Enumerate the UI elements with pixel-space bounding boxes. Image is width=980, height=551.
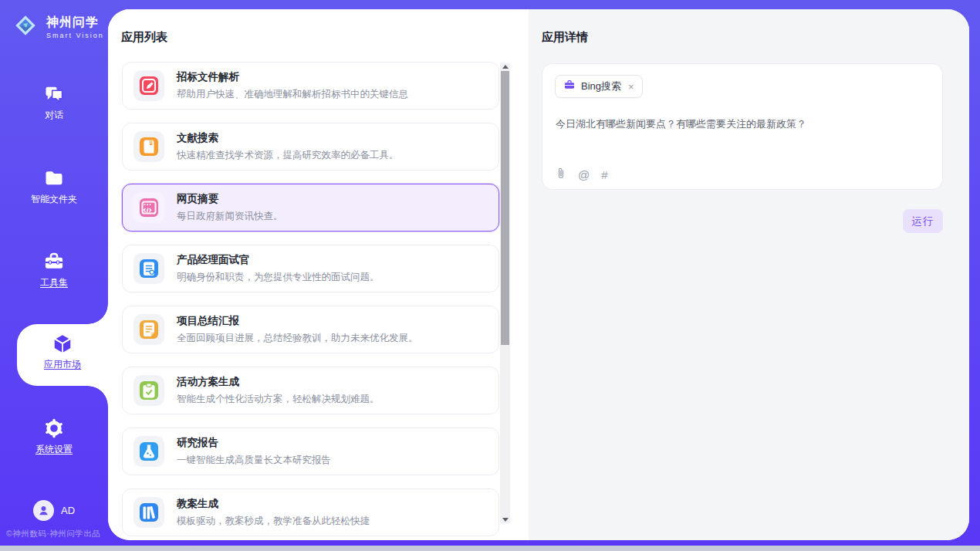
scrollbar-down-button[interactable] [500,515,510,525]
app-card[interactable]: 活动方案生成智能生成个性化活动方案，轻松解决规划难题。 [122,367,499,414]
app-card[interactable]: 产品经理面试官明确身份和职责，为您提供专业性的面试问题。 [122,245,499,292]
app-card[interactable]: 项目总结汇报全面回顾项目进展，总结经验教训，助力未来优化发展。 [122,306,499,353]
triangle-up-icon [502,65,509,69]
user-name: AD [61,505,75,516]
research-flask-icon [140,442,158,461]
user-avatar [33,500,54,521]
sidebar-item-folder[interactable]: 智能文件夹 [0,167,108,206]
app-card-description: 每日政府新闻资讯快查。 [177,210,283,223]
browser-window-icon [140,198,158,217]
attachment-toolbar: @ # [556,167,608,182]
app-icon-container [133,253,164,284]
clipboard-check-icon [140,381,158,400]
interview-doc-icon [140,259,158,278]
hash-icon[interactable]: # [601,168,607,181]
app-card[interactable]: 文献搜索快速精准查找学术资源，提高研究效率的必备工具。 [122,123,499,171]
app-card-description: 智能生成个性化活动方案，轻松解决规划难题。 [177,393,380,406]
close-icon[interactable]: × [628,81,634,93]
edit-document-icon [140,76,158,95]
app-detail-pane: 应用详情 Bing搜索 × 今日湖北有哪些新闻要点？有哪些需要关注的最新政策？ [529,9,969,540]
app-detail-title: 应用详情 [542,30,588,45]
gear-icon [43,417,65,439]
sidebar-item-label: 工具集 [0,276,108,289]
app-card-description: 明确身份和职责，为您提供专业性的面试问题。 [177,271,380,284]
sidebar-item-label: 系统设置 [0,443,108,456]
tool-chip-label: Bing搜索 [581,79,621,93]
bottom-edge [0,546,980,551]
briefcase-icon [563,79,576,94]
app-icon-container [133,375,164,406]
tool-chip-bing-search[interactable]: Bing搜索 × [555,75,643,98]
folder-icon [43,167,65,189]
app-card-description: 帮助用户快速、准确地理解和解析招标书中的关键信息 [177,88,408,101]
query-card: Bing搜索 × 今日湖北有哪些新闻要点？有哪些需要关注的最新政策？ @ # [542,63,943,190]
app-icon-container [133,70,164,101]
sidebar-item-label: 对话 [0,109,108,122]
app-card[interactable]: 网页摘要每日政府新闻资讯快查。 [122,184,499,232]
sidebar: 神州问学 Smart Vision 对话智能文件夹工具集应用市场系统设置 AD … [0,0,108,546]
sidebar-item-toolbox[interactable]: 工具集 [0,251,108,289]
app-card-description: 全面回顾项目进展，总结经验教训，助力未来优化发展。 [177,332,418,345]
sidebar-item-label: 智能文件夹 [0,193,108,206]
app-card[interactable]: 教案生成模板驱动，教案秒成，教学准备从此轻松快捷 [122,488,499,536]
app-card-title: 招标文件解析 [177,70,408,84]
toolbox-icon [43,251,65,272]
at-icon[interactable]: @ [578,168,590,181]
query-text[interactable]: 今日湖北有哪些新闻要点？有哪些需要关注的最新政策？ [556,117,931,132]
user-row[interactable]: AD [0,500,108,521]
memo-icon [140,320,158,339]
sidebar-footer: ©神州数码·神州问学出品 [6,529,108,539]
app-icon-container [133,314,164,345]
book-icon [140,137,158,156]
scrollbar[interactable] [500,63,510,523]
app-card-title: 研究报告 [177,436,331,450]
sidebar-item-label: 应用市场 [17,358,108,371]
chat-icon [43,83,65,105]
scrollbar-thumb[interactable] [501,71,509,345]
sidebar-item-chat[interactable]: 对话 [0,83,108,122]
app-card-description: 快速精准查找学术资源，提高研究效率的必备工具。 [177,149,399,162]
brand-name: 神州问学 [46,15,104,31]
cube-icon [51,332,74,355]
books-icon [140,503,158,522]
app-card[interactable]: 研究报告一键智能生成高质量长文本研究报告 [122,428,499,475]
app-icon-container [133,497,164,528]
app-icon-container [133,131,164,162]
run-button[interactable]: 运行 [903,209,943,233]
sidebar-item-cube[interactable]: 应用市场 [17,324,108,386]
app-window: 神州问学 Smart Vision 对话智能文件夹工具集应用市场系统设置 AD … [0,0,980,551]
app-list-pane: 应用列表 招标文件解析帮助用户快速、准确地理解和解析招标书中的关键信息文献搜索快… [108,9,529,540]
triangle-down-icon [502,518,509,522]
app-list-title: 应用列表 [121,30,167,45]
app-card-title: 文献搜索 [177,131,399,145]
main-content: 应用列表 招标文件解析帮助用户快速、准确地理解和解析招标书中的关键信息文献搜索快… [108,9,969,540]
brand-subtitle: Smart Vision [46,32,104,39]
brand: 神州问学 Smart Vision [10,10,104,44]
app-card-title: 产品经理面试官 [177,253,380,267]
paperclip-icon[interactable] [556,167,566,182]
app-card-description: 一键智能生成高质量长文本研究报告 [177,454,331,467]
app-card[interactable]: 招标文件解析帮助用户快速、准确地理解和解析招标书中的关键信息 [122,62,499,110]
app-card-title: 项目总结汇报 [177,314,418,328]
app-card-title: 活动方案生成 [177,375,380,389]
brand-diamond-icon [10,10,41,44]
app-card-title: 教案生成 [177,497,370,511]
app-card-title: 网页摘要 [177,192,283,206]
app-icon-container [133,192,164,223]
sidebar-item-gear[interactable]: 系统设置 [0,417,108,456]
app-card-description: 模板驱动，教案秒成，教学准备从此轻松快捷 [177,515,370,528]
app-icon-container [133,436,164,467]
